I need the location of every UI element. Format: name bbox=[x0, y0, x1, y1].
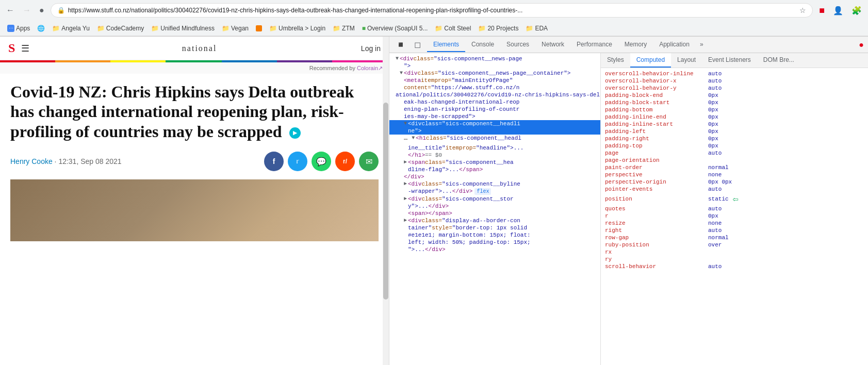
tab-performance[interactable]: Performance bbox=[570, 38, 618, 52]
facebook-share-button[interactable]: f bbox=[264, 152, 284, 171]
bookmark-umbrella[interactable]: 📁 Umbrella > Login bbox=[266, 24, 329, 33]
tab-elements[interactable]: Elements bbox=[427, 38, 465, 52]
tab-event-listeners[interactable]: Event Listeners bbox=[702, 53, 757, 68]
whatsapp-icon: 💬 bbox=[316, 157, 326, 167]
profile-icon[interactable]: 👤 bbox=[831, 4, 845, 18]
html-line-2: ▼ <div class="sics-component__news-page_… bbox=[389, 70, 600, 77]
css-prop-r: r 0px bbox=[605, 212, 864, 220]
tab-layout[interactable]: Layout bbox=[671, 53, 702, 68]
devtools-device-icon[interactable]: ◻ bbox=[412, 39, 423, 51]
colorain-link[interactable]: Colorain bbox=[357, 65, 378, 71]
html-line-1b: "> bbox=[389, 62, 600, 70]
html-line-5b: ine__title" itemprop="headline">... bbox=[389, 144, 600, 152]
css-prop-quotes: quotes auto bbox=[605, 205, 864, 212]
tab-sources[interactable]: Sources bbox=[500, 38, 535, 52]
devtools-pane: ◾ ◻ Elements Console Sources Network Per… bbox=[389, 37, 868, 365]
html-line-4b[interactable]: ne"> bbox=[389, 127, 600, 135]
flex-badge: flex bbox=[474, 188, 491, 195]
expand-icon-2[interactable]: ▼ bbox=[400, 70, 403, 76]
css-prop-padding-block-start: padding-block-start 0px bbox=[605, 99, 864, 106]
bookmark-orange[interactable] bbox=[253, 24, 265, 32]
twitter-share-button[interactable]: 𝕣 bbox=[288, 152, 307, 171]
devtools-inspect-icon[interactable]: ◾ bbox=[394, 39, 408, 51]
bookmark-ztm[interactable]: 📁 ZTM bbox=[330, 24, 358, 33]
devtools-tabs: Elements Console Sources Network Perform… bbox=[427, 38, 708, 52]
main-content: S ☰ national Log in Recommended by Color… bbox=[0, 37, 868, 365]
folder-icon-angela: 📁 bbox=[52, 25, 60, 32]
bookmark-angela[interactable]: 📁 Angela Yu bbox=[49, 24, 93, 33]
expand-icon-12[interactable]: ► bbox=[404, 218, 407, 223]
play-icon[interactable]: ▶ bbox=[289, 127, 301, 139]
bookmark-globe[interactable]: 🌐 bbox=[34, 24, 48, 33]
bookmark-eda[interactable]: 📁 EDA bbox=[522, 24, 551, 33]
hamburger-menu-icon[interactable]: ☰ bbox=[21, 43, 29, 54]
html-line-10b: y">...</div> bbox=[389, 203, 600, 210]
expand-icon-7[interactable]: ► bbox=[404, 159, 407, 165]
facebook-icon: f bbox=[273, 157, 275, 165]
bookmark-apps-label: Apps bbox=[16, 25, 30, 32]
address-bar[interactable]: 🔒 https://www.stuff.co.nz/national/polit… bbox=[51, 3, 813, 18]
bookmark-soapui[interactable]: ■ Overview (SoapUI 5... bbox=[359, 24, 431, 33]
html-line-12e: ">...</div> bbox=[389, 246, 600, 253]
bookmark-angela-label: Angela Yu bbox=[61, 25, 90, 32]
expand-icon-9[interactable]: ► bbox=[404, 181, 407, 187]
devtools-close-icon[interactable]: ● bbox=[859, 40, 864, 49]
bookmark-codecademy[interactable]: 📁 CodeCademy bbox=[94, 24, 147, 33]
expand-icon-5[interactable]: ▼ bbox=[412, 135, 415, 141]
expand-icon-10[interactable]: ► bbox=[404, 196, 407, 202]
whatsapp-share-button[interactable]: 💬 bbox=[312, 152, 331, 171]
bookmark-apps[interactable]: ⋯ Apps bbox=[4, 24, 33, 33]
pdf-icon[interactable]: ■ bbox=[817, 3, 827, 18]
article-scrollbar[interactable] bbox=[383, 37, 389, 365]
tab-network[interactable]: Network bbox=[535, 38, 570, 52]
bookmark-vegan[interactable]: 📁 Vegan bbox=[219, 24, 252, 33]
tab-memory[interactable]: Memory bbox=[618, 38, 653, 52]
apps-grid-icon: ⋯ bbox=[7, 25, 14, 32]
nav-bar: ← → ● 🔒 https://www.stuff.co.nz/national… bbox=[0, 0, 868, 21]
expand-icon-1[interactable]: ▼ bbox=[396, 56, 399, 61]
bookmark-20projects[interactable]: 📁 20 Projects bbox=[475, 24, 521, 33]
back-button[interactable]: ← bbox=[4, 4, 17, 17]
tab-console[interactable]: Console bbox=[465, 38, 500, 52]
reload-button[interactable]: ● bbox=[37, 4, 46, 17]
folder-icon-vegan: 📁 bbox=[222, 25, 230, 32]
bookmark-ztm-label: ZTM bbox=[342, 25, 355, 32]
tab-dom-breakpoints[interactable]: DOM Bre... bbox=[757, 53, 800, 68]
folder-icon-eda: 📁 bbox=[526, 25, 533, 32]
expand-icon-4[interactable]: ▼ bbox=[404, 121, 407, 126]
styles-tabs: Styles Computed Layout Event Listeners D… bbox=[601, 53, 868, 68]
forward-button[interactable]: → bbox=[21, 4, 33, 17]
html-line-3e: ening-plan-riskprofiling-of-countr bbox=[389, 106, 600, 113]
devtools-more-tabs[interactable]: » bbox=[696, 38, 708, 52]
reddit-share-button[interactable]: r/ bbox=[335, 152, 355, 171]
dots-button[interactable]: ⋯ bbox=[402, 135, 410, 144]
email-share-button[interactable]: ✉ bbox=[359, 152, 379, 171]
tab-application[interactable]: Application bbox=[653, 38, 696, 52]
bookmark-star-icon[interactable]: ☆ bbox=[799, 6, 806, 14]
author-name[interactable]: Henry Cooke bbox=[10, 157, 53, 165]
recommended-bar: Recommended by Colorain ↗ bbox=[0, 62, 389, 74]
login-button[interactable]: Log in bbox=[361, 44, 381, 53]
html-line-12d: left; width: 50%; padding-top: 15px; bbox=[389, 239, 600, 246]
tab-styles[interactable]: Styles bbox=[601, 53, 630, 68]
scroll-thumb[interactable] bbox=[383, 103, 388, 300]
bookmark-eda-label: EDA bbox=[535, 25, 548, 32]
html-line-12b: tainer" style="border-top: 1px solid bbox=[389, 224, 600, 231]
reddit-icon: r/ bbox=[343, 158, 347, 165]
html-line-1: ▼ <div class="sics-component__news-page bbox=[389, 55, 600, 62]
extensions-icon[interactable]: 🧩 bbox=[849, 4, 864, 18]
folder-icon-mindfulness: 📁 bbox=[151, 25, 159, 32]
html-line-4[interactable]: ▼ <div class="sics-component__headli bbox=[389, 120, 600, 127]
css-prop-paint-order: paint-order normal bbox=[605, 164, 864, 171]
bookmark-mindfulness[interactable]: 📁 Unified Mindfulness bbox=[148, 24, 218, 33]
article-title: Covid-19 NZ: Chris Hipkins says Delta ou… bbox=[10, 82, 379, 141]
tab-computed[interactable]: Computed bbox=[630, 53, 671, 68]
stuff-nav-label: national bbox=[38, 44, 361, 53]
bookmark-codecademy-label: CodeCademy bbox=[106, 25, 144, 32]
css-prop-padding-inline-start: padding-inline-start 0px bbox=[605, 121, 864, 128]
bookmark-coltsteel[interactable]: 📁 Colt Steel bbox=[432, 24, 474, 33]
lock-icon: 🔒 bbox=[57, 7, 65, 14]
article-meta: Henry Cooke · 12:31, Sep 08 2021 f 𝕣 💬 bbox=[10, 152, 379, 171]
html-line-7: ► <span class="sics-component__hea bbox=[389, 159, 600, 166]
html-line-12c: #e1e1e1; margin-bottom: 15px; float: bbox=[389, 231, 600, 239]
